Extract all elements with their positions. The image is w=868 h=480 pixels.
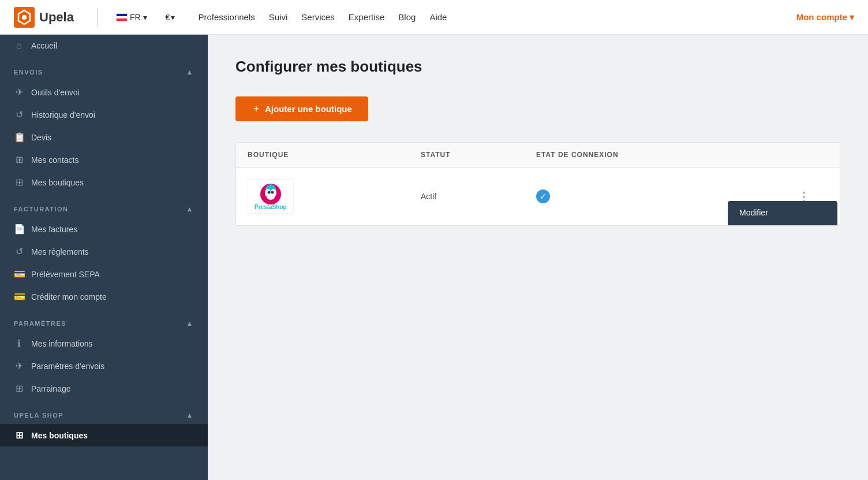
col-actions xyxy=(794,151,828,159)
col-statut: STATUT xyxy=(421,151,536,159)
logo-text: Upela xyxy=(39,10,74,25)
facturation-chevron[interactable]: ▲ xyxy=(186,205,194,213)
parametres-envois-label: Paramètres d'envois xyxy=(31,362,104,371)
mes-factures-label: Mes factures xyxy=(31,225,77,234)
sidebar-item-outils-envoi[interactable]: ✈ Outils d'envoi xyxy=(0,81,208,103)
sidebar-item-accueil[interactable]: ⌂ Accueil xyxy=(0,35,208,57)
mes-informations-label: Mes informations xyxy=(31,339,93,348)
connected-check-icon: ✓ xyxy=(536,189,550,203)
sidebar: ⌂ Accueil ENVOIS ▲ ✈ Outils d'envoi ↺ Hi… xyxy=(0,35,208,480)
statut-cell: Actif xyxy=(421,191,536,202)
parametres-chevron[interactable]: ▲ xyxy=(186,319,194,328)
mon-compte-menu[interactable]: Mon compte ▾ xyxy=(796,12,854,23)
sidebar-item-mes-boutiques-envois[interactable]: ⊞ Mes boutiques xyxy=(0,171,208,194)
currency-chevron: ▾ xyxy=(171,13,175,22)
dropdown-relancer[interactable]: Relancer la connexion xyxy=(728,224,837,226)
home-icon: ⌂ xyxy=(14,40,24,51)
mes-contacts-label: Mes contacts xyxy=(31,155,78,165)
historique-envoi-label: Historique d'envoi xyxy=(31,110,95,120)
info-icon: ℹ xyxy=(14,338,24,349)
sidebar-item-parrainage[interactable]: ⊞ Parrainage xyxy=(0,377,208,400)
sidebar-section-envois: ENVOIS ▲ xyxy=(0,57,208,81)
settings-send-icon: ✈ xyxy=(14,360,24,371)
outils-envoi-label: Outils d'envoi xyxy=(31,88,80,97)
devis-label: Devis xyxy=(31,133,51,142)
credit-icon: 💳 xyxy=(14,291,24,302)
actions-dropdown: Modifier Relancer la connexion Supprimer xyxy=(728,201,837,226)
svg-point-8 xyxy=(271,191,274,194)
sidebar-section-parametres: PARAMÈTRES ▲ xyxy=(0,308,208,332)
contacts-icon: ⊞ xyxy=(14,154,24,165)
sidebar-item-historique-envoi[interactable]: ↺ Historique d'envoi xyxy=(0,103,208,126)
nav-blog[interactable]: Blog xyxy=(398,12,416,22)
envois-chevron[interactable]: ▲ xyxy=(186,68,194,76)
mon-compte-label: Mon compte xyxy=(796,12,847,22)
app-body: ⌂ Accueil ENVOIS ▲ ✈ Outils d'envoi ↺ Hi… xyxy=(0,35,868,480)
nav-services[interactable]: Services xyxy=(301,12,335,22)
sidebar-item-devis[interactable]: 📋 Devis xyxy=(0,126,208,148)
sidebar-item-mes-informations[interactable]: ℹ Mes informations xyxy=(0,332,208,355)
status-text: Actif xyxy=(421,192,436,201)
parrainage-label: Parrainage xyxy=(31,384,71,393)
payment-icon: ↺ xyxy=(14,246,24,257)
svg-point-9 xyxy=(267,194,275,200)
boutiques-table: BOUTIQUE STATUT ETAT DE CONNEXION xyxy=(235,142,840,226)
nav-links: Professionnels Suivi Services Expertise … xyxy=(198,12,447,22)
mes-boutiques-active-label: Mes boutiques xyxy=(31,431,88,440)
mon-compte-chevron: ▾ xyxy=(850,12,854,23)
envois-label: ENVOIS xyxy=(14,69,43,76)
sidebar-item-parametres-envois[interactable]: ✈ Paramètres d'envois xyxy=(0,355,208,377)
shop-icon-envois: ⊞ xyxy=(14,177,24,188)
nav-divider xyxy=(97,8,98,27)
svg-point-7 xyxy=(268,191,271,194)
mes-reglements-label: Mes règlements xyxy=(31,247,89,256)
sidebar-section-facturation: FACTURATION ▲ xyxy=(0,194,208,218)
currency-label: € xyxy=(166,13,170,22)
parrainage-icon: ⊞ xyxy=(14,383,24,394)
currency-selector[interactable]: € ▾ xyxy=(166,13,175,22)
boutique-cell: PrestaShop xyxy=(248,179,421,214)
logo-area[interactable]: Upela xyxy=(14,7,74,28)
svg-point-2 xyxy=(22,15,27,20)
dropdown-modifier[interactable]: Modifier xyxy=(728,201,837,224)
upela-shop-label: UPELA SHOP xyxy=(14,412,63,419)
nav-expertise[interactable]: Expertise xyxy=(349,12,385,22)
upela-shop-chevron[interactable]: ▲ xyxy=(186,411,194,419)
table-row: PrestaShop Actif ✓ ⋮ Modifier xyxy=(236,168,840,225)
send-icon: ✈ xyxy=(14,87,24,98)
flag-icon xyxy=(116,13,128,21)
sidebar-item-mes-reglements[interactable]: ↺ Mes règlements xyxy=(0,240,208,263)
shop-active-icon: ⊞ xyxy=(14,430,24,441)
prestashop-logo: PrestaShop xyxy=(250,181,291,211)
upela-logo-icon xyxy=(14,7,35,28)
history-icon: ↺ xyxy=(14,109,24,120)
nav-suivi[interactable]: Suivi xyxy=(269,12,288,22)
sidebar-item-mes-boutiques-active[interactable]: ⊞ Mes boutiques xyxy=(0,424,208,446)
sidebar-item-mes-contacts[interactable]: ⊞ Mes contacts xyxy=(0,148,208,171)
add-icon: ＋ xyxy=(252,103,260,114)
sidebar-item-mes-factures[interactable]: 📄 Mes factures xyxy=(0,218,208,240)
main-content: Configurer mes boutiques ＋ Ajouter une b… xyxy=(208,35,868,480)
sidebar-accueil-label: Accueil xyxy=(31,41,57,50)
sepa-icon: 💳 xyxy=(14,269,24,280)
language-selector[interactable]: FR ▾ xyxy=(116,13,147,22)
add-boutique-button[interactable]: ＋ Ajouter une boutique xyxy=(235,96,368,121)
prelevement-sepa-label: Prélèvement SEPA xyxy=(31,270,100,279)
prestashop-logo-container: PrestaShop xyxy=(248,179,294,214)
nav-aide[interactable]: Aide xyxy=(429,12,447,22)
mes-boutiques-envois-label: Mes boutiques xyxy=(31,178,84,187)
sidebar-item-crediter-compte[interactable]: 💳 Créditer mon compte xyxy=(0,285,208,308)
add-boutique-label: Ajouter une boutique xyxy=(265,104,352,114)
facturation-label: FACTURATION xyxy=(14,206,69,213)
col-boutique: BOUTIQUE xyxy=(248,151,421,159)
svg-text:PrestaShop: PrestaShop xyxy=(255,204,287,210)
col-etat-connexion: ETAT DE CONNEXION xyxy=(536,151,794,159)
lang-chevron: ▾ xyxy=(143,13,147,22)
invoice-icon: 📄 xyxy=(14,224,24,235)
page-title: Configurer mes boutiques xyxy=(235,58,840,76)
sidebar-item-prelevement-sepa[interactable]: 💳 Prélèvement SEPA xyxy=(0,263,208,285)
top-navigation: Upela FR ▾ € ▾ Professionnels Suivi Serv… xyxy=(0,0,868,35)
nav-professionnels[interactable]: Professionnels xyxy=(198,12,255,22)
crediter-compte-label: Créditer mon compte xyxy=(31,292,107,302)
sidebar-section-upela-shop: UPELA SHOP ▲ xyxy=(0,400,208,424)
